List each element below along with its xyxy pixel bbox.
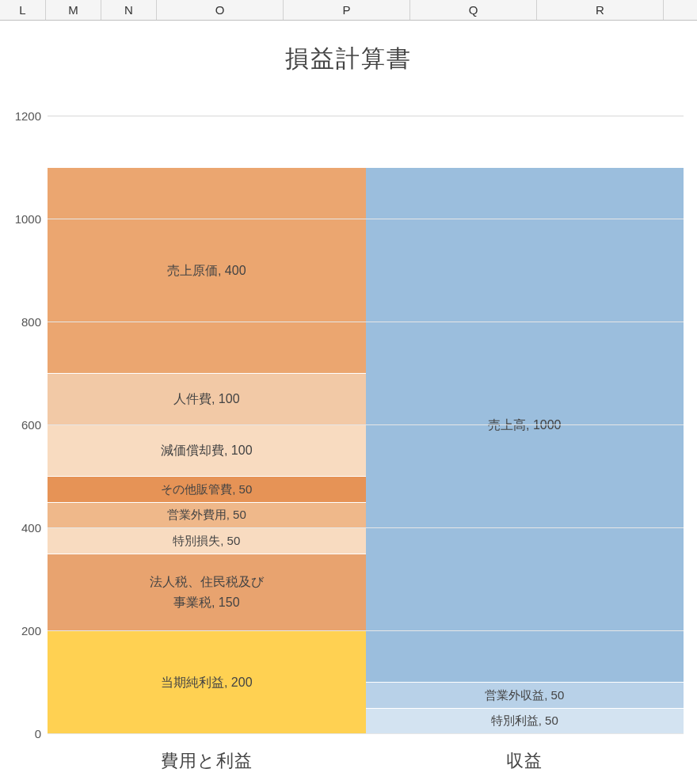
bar-segment: 特別損失, 50 [48, 527, 366, 554]
gridline [48, 219, 684, 219]
segment-label: 営業外費用, 50 [167, 508, 246, 522]
column-header-O[interactable]: O [157, 0, 284, 20]
y-tick-label: 200 [8, 624, 41, 637]
plot-area: 当期純利益, 200法人税、住民税及び事業税, 150特別損失, 50営業外費用… [48, 116, 684, 733]
x-axis-label: 収益 [366, 749, 684, 773]
column-header-R[interactable]: R [537, 0, 664, 20]
segment-label: その他販管費, 50 [161, 482, 252, 497]
segment-label: 当期純利益, 200 [161, 672, 253, 693]
column-header-P[interactable]: P [284, 0, 410, 20]
segment-label: 特別利益, 50 [491, 714, 558, 728]
gridline [48, 733, 684, 734]
bar-segment: 特別利益, 50 [366, 708, 684, 734]
segment-label: 売上原価, 400 [167, 261, 246, 281]
bar-segment: 売上原価, 400 [48, 167, 366, 373]
y-tick-label: 1200 [8, 109, 41, 123]
column-header-M[interactable]: M [46, 0, 101, 20]
gridline [48, 527, 684, 528]
segment-label: 営業外収益, 50 [485, 688, 564, 702]
bar-segment: 営業外収益, 50 [366, 682, 684, 708]
x-axis-label: 費用と利益 [48, 749, 366, 773]
y-tick-label: 0 [8, 727, 41, 740]
y-tick-label: 400 [8, 521, 41, 535]
chart-title: 損益計算書 [0, 21, 697, 75]
column-header-Q[interactable]: Q [410, 0, 537, 20]
gridline [48, 322, 684, 322]
bar-segment: 減価償却費, 100 [48, 424, 366, 476]
y-tick-label: 600 [8, 418, 41, 432]
bar-segment: 人件費, 100 [48, 373, 366, 424]
bar-segment: 営業外費用, 50 [48, 502, 366, 528]
bar-segment: その他販管費, 50 [48, 476, 366, 502]
column-header-N[interactable]: N [101, 0, 157, 20]
segment-label: 特別損失, 50 [173, 534, 240, 548]
gridline [48, 116, 684, 116]
column-header-L[interactable]: L [0, 0, 46, 20]
y-tick-label: 1000 [8, 212, 41, 226]
bar-segment: 当期純利益, 200 [48, 630, 366, 733]
segment-label: 減価償却費, 100 [161, 440, 253, 461]
bar-segment: 法人税、住民税及び事業税, 150 [48, 554, 366, 631]
column-header-row: LMNOPQR [0, 0, 697, 21]
gridline [48, 424, 684, 425]
gridline [48, 630, 684, 631]
segment-label: 法人税、住民税及び [150, 572, 264, 592]
segment-label: 人件費, 100 [173, 389, 240, 409]
chart-area: 損益計算書 当期純利益, 200法人税、住民税及び事業税, 150特別損失, 5… [0, 21, 697, 784]
y-tick-label: 800 [8, 315, 41, 329]
segment-label: 事業税, 150 [173, 592, 240, 613]
